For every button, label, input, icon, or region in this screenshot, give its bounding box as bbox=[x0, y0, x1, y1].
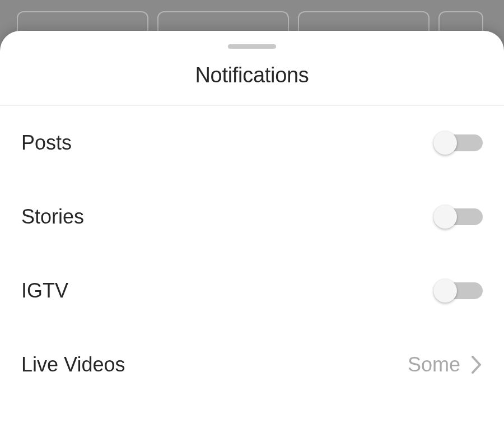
row-label: Posts bbox=[21, 131, 72, 155]
row-stories: Stories bbox=[21, 180, 483, 254]
row-trailing: Some bbox=[408, 353, 483, 376]
toggle-knob bbox=[433, 279, 457, 303]
toggle-posts[interactable] bbox=[435, 133, 483, 153]
sheet-body: Posts Stories IGTV Live Videos Some bbox=[0, 106, 504, 402]
row-posts: Posts bbox=[21, 106, 483, 180]
toggle-stories[interactable] bbox=[435, 207, 483, 227]
row-label: Stories bbox=[21, 205, 84, 229]
sheet-header: Notifications bbox=[0, 49, 504, 106]
toggle-igtv[interactable] bbox=[435, 281, 483, 301]
toggle-knob bbox=[433, 131, 457, 155]
row-value: Some bbox=[408, 353, 460, 376]
row-igtv: IGTV bbox=[21, 254, 483, 328]
row-label: IGTV bbox=[21, 279, 68, 303]
toggle-knob bbox=[433, 205, 457, 229]
sheet-title: Notifications bbox=[0, 63, 504, 87]
sheet-grabber[interactable] bbox=[228, 44, 276, 49]
row-label: Live Videos bbox=[21, 353, 125, 376]
chevron-right-icon bbox=[470, 354, 483, 375]
notifications-sheet: Notifications Posts Stories IGTV Li bbox=[0, 31, 504, 437]
row-live-videos[interactable]: Live Videos Some bbox=[21, 328, 483, 402]
